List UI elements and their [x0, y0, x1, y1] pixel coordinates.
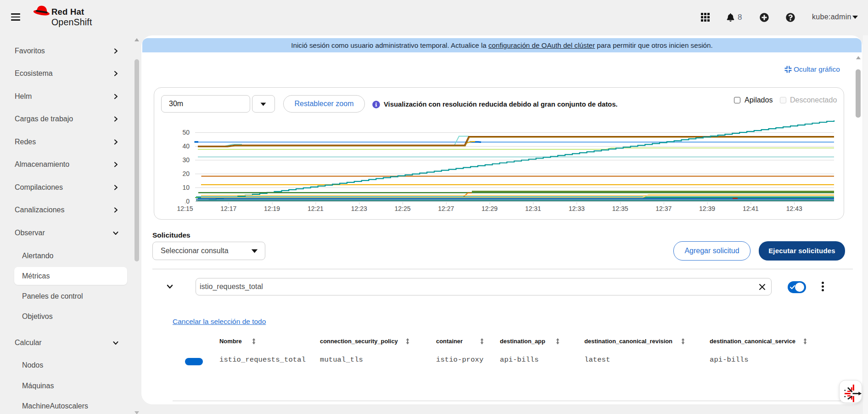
svg-text:12:33: 12:33 — [569, 205, 585, 212]
svg-text:12:17: 12:17 — [220, 205, 236, 212]
svg-text:12:15: 12:15 — [177, 205, 193, 212]
svg-text:10: 10 — [182, 184, 190, 191]
svg-text:40: 40 — [182, 142, 190, 150]
svg-text:12:23: 12:23 — [351, 205, 367, 212]
svg-text:12:39: 12:39 — [699, 205, 715, 212]
svg-text:12:35: 12:35 — [612, 205, 628, 212]
svg-text:30: 30 — [182, 156, 190, 164]
svg-text:12:25: 12:25 — [394, 205, 410, 212]
svg-text:12:43: 12:43 — [786, 205, 802, 212]
svg-text:20: 20 — [182, 170, 190, 177]
svg-text:12:41: 12:41 — [743, 205, 759, 212]
svg-text:12:19: 12:19 — [264, 205, 280, 212]
svg-text:12:27: 12:27 — [438, 205, 454, 212]
svg-text:50: 50 — [182, 129, 190, 136]
svg-text:12:31: 12:31 — [525, 205, 541, 212]
svg-text:12:29: 12:29 — [482, 205, 498, 212]
svg-text:12:21: 12:21 — [308, 205, 324, 212]
svg-text:0: 0 — [186, 198, 190, 205]
svg-text:12:37: 12:37 — [655, 205, 672, 212]
